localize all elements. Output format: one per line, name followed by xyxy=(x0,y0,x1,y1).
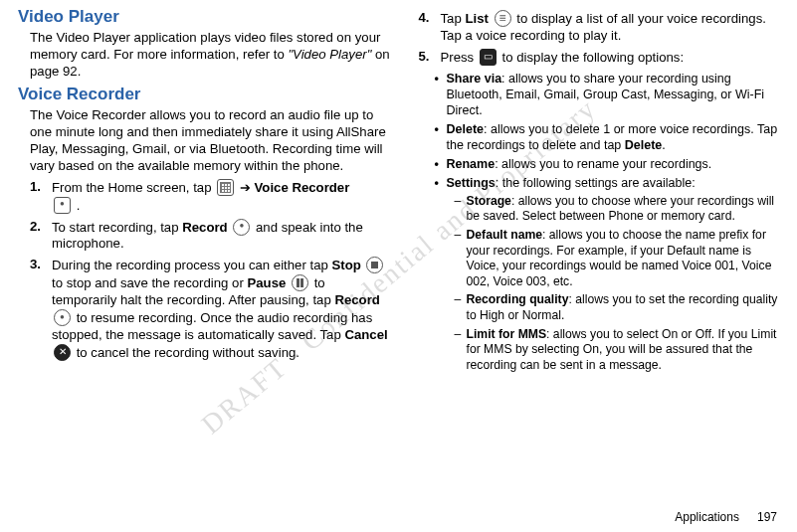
step-2: 2. To start recording, tap Record and sp… xyxy=(30,219,391,254)
step-text: To start recording, tap Record and speak… xyxy=(52,219,391,254)
bullet-icon: • xyxy=(435,156,447,172)
bullet-delete: • Delete: allows you to delete 1 or more… xyxy=(435,121,780,153)
voice-recorder-app-icon xyxy=(54,197,71,214)
menu-key-icon xyxy=(480,49,497,66)
bullet-icon: • xyxy=(435,121,447,153)
numbered-list-cont: 4. Tap List to display a list of all you… xyxy=(419,10,780,67)
bullet-text: Share via: allows you to share your reco… xyxy=(447,71,780,118)
label-voice-recorder: Voice Recorder xyxy=(255,180,350,195)
text: to stop and save the recording or xyxy=(52,275,247,290)
record-icon xyxy=(54,309,71,326)
text: : allows you to choose where your record… xyxy=(467,194,775,224)
text: to resume recording. Once the audio reco… xyxy=(52,310,372,342)
text: To start recording, tap xyxy=(52,220,182,235)
list-icon xyxy=(495,10,511,27)
dash-list: – Storage: allows you to choose where yo… xyxy=(455,194,780,374)
label-record: Record xyxy=(334,292,379,307)
label: Default name xyxy=(467,228,543,242)
bullet-list: • Share via: allows you to share your re… xyxy=(435,71,780,374)
step-text: During the recording process you can eit… xyxy=(52,257,391,361)
dash-text: Limit for MMS: allows you to select On o… xyxy=(467,327,780,374)
step-text: From the Home screen, tap ➔ Voice Record… xyxy=(52,179,391,215)
footer-page-number: 197 xyxy=(757,510,777,524)
footer-section: Applications xyxy=(675,510,739,524)
bullet-share-via: • Share via: allows you to share your re… xyxy=(435,71,780,118)
label: Share via xyxy=(447,72,502,86)
label: Recording quality xyxy=(467,292,569,306)
bullet-text: Delete: allows you to delete 1 or more v… xyxy=(447,121,780,153)
dash-icon: – xyxy=(455,228,467,289)
text: to display the following options: xyxy=(498,50,684,65)
step-text: Press to display the following options: xyxy=(441,49,780,67)
text: ➔ xyxy=(236,180,254,195)
label-record: Record xyxy=(182,220,227,235)
bullet-rename: • Rename: allows you to rename your reco… xyxy=(435,156,780,172)
dash-icon: – xyxy=(455,292,467,323)
cross-ref: "Video Player" xyxy=(288,47,371,62)
step-text: Tap List to display a list of all your v… xyxy=(441,10,780,45)
step-number: 3. xyxy=(30,257,52,361)
page-columns: Video Player The Video Player applicatio… xyxy=(0,0,797,532)
text: : allows you to rename your recordings. xyxy=(495,157,711,171)
label: Limit for MMS xyxy=(467,327,547,341)
step-number: 4. xyxy=(419,10,441,45)
text: Tap xyxy=(441,11,466,26)
stop-icon xyxy=(366,257,383,273)
label-pause: Pause xyxy=(247,275,286,290)
dash-text: Recording quality: allows you to set the… xyxy=(467,292,780,323)
bullet-settings: • Settings: the following settings are a… xyxy=(435,175,780,191)
dash-storage: – Storage: allows you to choose where yo… xyxy=(455,194,780,225)
pause-icon xyxy=(292,274,308,291)
text: From the Home screen, tap xyxy=(52,180,215,195)
dash-limit-mms: – Limit for MMS: allows you to select On… xyxy=(455,327,780,374)
dash-recording-quality: – Recording quality: allows you to set t… xyxy=(455,292,780,323)
label-list: List xyxy=(465,11,488,26)
step-5: 5. Press to display the following option… xyxy=(419,49,780,67)
step-1: 1. From the Home screen, tap ➔ Voice Rec… xyxy=(30,179,391,215)
dash-icon: – xyxy=(455,194,467,225)
cancel-icon xyxy=(54,344,71,361)
text: : the following settings are available: xyxy=(496,176,696,190)
label-stop: Stop xyxy=(332,258,361,272)
dash-text: Default name: allows you to choose the n… xyxy=(467,228,780,289)
apps-grid-icon xyxy=(217,179,234,196)
bullet-icon: • xyxy=(435,71,447,118)
bullet-icon: • xyxy=(435,175,447,191)
label-cancel: Cancel xyxy=(344,327,387,342)
heading-video-player: Video Player xyxy=(18,6,391,28)
text: Press xyxy=(441,50,478,65)
label: Storage xyxy=(467,194,511,208)
heading-voice-recorder: Voice Recorder xyxy=(18,84,391,105)
text: During the recording process you can eit… xyxy=(52,258,332,272)
label: Rename xyxy=(447,157,496,171)
bullet-text: Rename: allows you to rename your record… xyxy=(447,156,712,172)
text: to display a list of all your voice reco… xyxy=(441,11,766,43)
label: Delete xyxy=(447,122,485,136)
step-number: 5. xyxy=(419,49,441,67)
step-3: 3. During the recording process you can … xyxy=(30,257,391,361)
bullet-text: Settings: the following settings are ava… xyxy=(447,175,696,191)
page-footer: Applications197 xyxy=(675,510,777,524)
left-column: Video Player The Video Player applicatio… xyxy=(10,6,399,532)
label: Delete xyxy=(625,138,663,152)
text: to cancel the recording without saving. xyxy=(73,345,299,360)
right-column: 4. Tap List to display a list of all you… xyxy=(399,6,788,532)
voice-recorder-paragraph: The Voice Recorder allows you to record … xyxy=(30,107,391,175)
record-icon xyxy=(233,219,250,236)
dash-text: Storage: allows you to choose where your… xyxy=(467,194,780,225)
label: Settings xyxy=(447,176,496,190)
step-number: 2. xyxy=(30,219,52,254)
text: : allows you to delete 1 or more voice r… xyxy=(447,122,778,152)
text: . xyxy=(662,138,665,152)
step-number: 1. xyxy=(30,179,52,215)
dash-icon: – xyxy=(455,327,467,374)
dash-default-name: – Default name: allows you to choose the… xyxy=(455,228,780,289)
text: . xyxy=(73,198,80,213)
video-player-paragraph: The Video Player application plays video… xyxy=(30,30,391,81)
numbered-list: 1. From the Home screen, tap ➔ Voice Rec… xyxy=(30,179,391,362)
step-4: 4. Tap List to display a list of all you… xyxy=(419,10,780,45)
